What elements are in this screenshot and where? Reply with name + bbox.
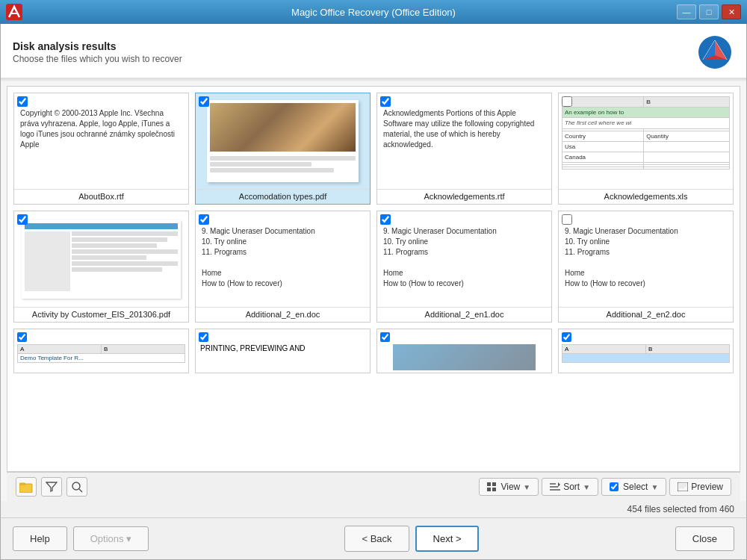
header: Disk analysis results Choose the files w… (1, 24, 746, 78)
file-item[interactable]: Copyright © 2000-2013 Apple Inc. Všechna… (13, 93, 189, 205)
folder-icon (19, 481, 33, 493)
file-item[interactable]: Accomodation types.pdf (195, 93, 371, 205)
svg-point-4 (72, 482, 80, 490)
sort-dropdown-arrow: ▼ (583, 483, 590, 491)
view-icon (487, 482, 498, 491)
bottom-left: Help Options ▾ (13, 526, 149, 551)
bottom-bar: Help Options ▾ < Back Next > Close (1, 517, 746, 559)
file-preview-text: 9. Magic Uneraser Documentation10. Try o… (202, 227, 315, 287)
file-preview-text: PRINTING, PREVIEWING AND (196, 329, 370, 354)
file-checkbox[interactable] (562, 214, 572, 225)
select-label: Select (623, 482, 648, 492)
svg-rect-8 (487, 488, 491, 491)
view-button[interactable]: View ▼ (479, 478, 539, 496)
file-checkbox[interactable] (199, 332, 208, 342)
page-subtitle: Choose the files which you wish to recov… (13, 54, 182, 64)
file-preview: Copyright © 2000-2013 Apple Inc. Všechna… (14, 93, 188, 189)
file-preview-text: Copyright © 2000-2013 Apple Inc. Všechna… (20, 109, 175, 149)
app-icon (6, 4, 22, 20)
window-title: Magic Office Recovery (Office Edition) (291, 7, 456, 18)
svg-rect-6 (487, 482, 491, 486)
file-grid: Copyright © 2000-2013 Apple Inc. Všechna… (13, 93, 734, 323)
file-checkbox[interactable] (17, 96, 28, 107)
file-preview: 9. Magic Uneraser Documentation10. Try o… (377, 211, 551, 307)
pdf-line (210, 156, 356, 161)
select-dropdown-arrow: ▼ (651, 483, 658, 491)
close-button[interactable]: Close (675, 526, 734, 551)
header-divider (1, 78, 746, 81)
select-checkbox[interactable] (610, 482, 619, 491)
svg-rect-9 (492, 488, 496, 491)
file-area[interactable]: Copyright © 2000-2013 Apple Inc. Všechna… (7, 86, 740, 472)
svg-line-5 (79, 489, 82, 492)
file-item[interactable]: AB (558, 329, 734, 373)
file-name: Accomodation types.pdf (196, 189, 370, 204)
preview-button[interactable]: Preview (669, 478, 731, 496)
maximize-button[interactable]: □ (699, 4, 719, 19)
file-checkbox[interactable] (199, 214, 209, 225)
svg-rect-7 (492, 482, 496, 486)
file-name: Additional_2_en2.doc (559, 307, 733, 322)
pdf-pages (207, 100, 359, 182)
folder-icon-button[interactable] (16, 477, 37, 497)
file-checkbox[interactable] (562, 332, 571, 342)
xls-table: A B An example on how to The first cell … (562, 96, 730, 169)
file-item[interactable]: PRINTING, PREVIEWING AND (195, 329, 371, 373)
file-checkbox[interactable] (17, 332, 27, 342)
page-title: Disk analysis results (13, 40, 182, 52)
window-controls[interactable]: — □ ✕ (677, 4, 741, 19)
file-name: Activity by Customer_EIS_201306.pdf (14, 307, 188, 322)
file-checkbox[interactable] (380, 332, 390, 342)
file-preview: 9. Magic Uneraser Documentation10. Try o… (196, 211, 370, 307)
partial-row: AB Demo Template For R... PRINTING, PREV… (13, 329, 734, 373)
search-icon-button[interactable] (66, 477, 87, 497)
file-item[interactable]: 9. Magic Uneraser Documentation10. Try o… (558, 211, 734, 323)
file-item[interactable]: AB Demo Template For R... (13, 329, 189, 373)
toolbar-right: View ▼ Sort ▼ Select ▼ (479, 478, 731, 496)
header-text: Disk analysis results Choose the files w… (13, 40, 182, 64)
search-icon (71, 481, 83, 493)
pdf2-preview (22, 220, 182, 299)
file-name: Additional_2_en.doc (196, 307, 370, 322)
filter-icon-button[interactable] (41, 477, 62, 497)
title-bar: Magic Office Recovery (Office Edition) —… (0, 0, 747, 24)
close-window-button[interactable]: ✕ (722, 4, 741, 19)
view-dropdown-arrow: ▼ (523, 483, 530, 491)
file-checkbox[interactable] (199, 96, 209, 107)
next-button[interactable]: Next > (415, 526, 480, 552)
file-preview (14, 211, 188, 307)
file-item[interactable]: A B An example on how to The first cell … (558, 93, 734, 205)
select-button[interactable]: Select ▼ (601, 478, 666, 496)
file-name: Acknowledgements.xls (559, 189, 733, 204)
status-bar: 454 files selected from 460 (1, 501, 746, 517)
file-checkbox[interactable] (380, 214, 391, 225)
sort-button[interactable]: Sort ▼ (542, 478, 598, 496)
minimize-button[interactable]: — (677, 4, 696, 19)
sort-icon (550, 482, 560, 491)
file-preview-text: 9. Magic Uneraser Documentation10. Try o… (565, 227, 678, 287)
file-checkbox[interactable] (17, 214, 28, 225)
options-button[interactable]: Options ▾ (73, 526, 149, 551)
file-item[interactable]: Activity by Customer_EIS_201306.pdf (13, 211, 189, 323)
file-checkbox[interactable] (380, 96, 391, 107)
back-button[interactable]: < Back (344, 526, 409, 552)
preview-icon (678, 482, 688, 491)
filter-icon (46, 482, 58, 492)
file-item[interactable]: 9. Magic Uneraser Documentation10. Try o… (195, 211, 371, 323)
help-button[interactable]: Help (13, 526, 67, 551)
file-item[interactable]: Acknowledgments Portions of this Apple S… (376, 93, 552, 205)
file-name: Acknowledgements.rtf (377, 189, 551, 204)
main-container: Disk analysis results Choose the files w… (0, 24, 747, 560)
file-preview-text: Acknowledgments Portions of this Apple S… (383, 109, 534, 149)
file-item[interactable]: 9. Magic Uneraser Documentation10. Try o… (376, 211, 552, 323)
file-preview (377, 329, 551, 372)
pdf-image (210, 103, 356, 152)
file-checkbox[interactable] (562, 96, 572, 107)
preview-label: Preview (691, 482, 723, 492)
file-name: Additional_2_en1.doc (377, 307, 551, 322)
toolbar: View ▼ Sort ▼ Select ▼ (7, 472, 740, 501)
sort-label: Sort (563, 482, 580, 492)
file-item[interactable] (376, 329, 552, 373)
xls-table: AB Demo Template For R... (17, 344, 185, 363)
xls-table: AB (562, 344, 730, 363)
